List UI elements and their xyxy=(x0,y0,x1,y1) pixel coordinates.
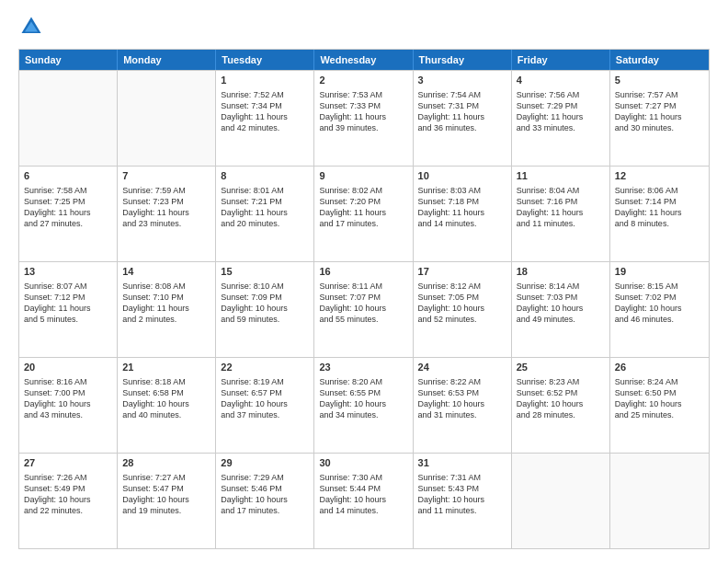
cell-line-2: Daylight: 10 hours xyxy=(221,303,309,314)
day-number: 12 xyxy=(615,169,704,183)
day-cell-31: 31Sunrise: 7:31 AMSunset: 5:43 PMDayligh… xyxy=(414,454,512,548)
cell-line-3: and 27 minutes. xyxy=(24,218,112,229)
cell-line-2: Daylight: 10 hours xyxy=(615,303,704,314)
cell-line-3: and 28 minutes. xyxy=(517,409,605,420)
cell-line-1: Sunset: 7:00 PM xyxy=(24,387,112,398)
day-cell-8: 8Sunrise: 8:01 AMSunset: 7:21 PMDaylight… xyxy=(216,167,314,261)
calendar-header: SundayMondayTuesdayWednesdayThursdayFrid… xyxy=(19,50,709,70)
day-number: 4 xyxy=(517,74,605,87)
cell-line-2: Daylight: 11 hours xyxy=(319,207,407,218)
day-number: 22 xyxy=(221,361,309,374)
day-header-saturday: Saturday xyxy=(610,50,709,70)
day-cell-30: 30Sunrise: 7:30 AMSunset: 5:44 PMDayligh… xyxy=(314,454,413,548)
cell-line-3: and 33 minutes. xyxy=(517,122,605,133)
cell-line-1: Sunset: 7:03 PM xyxy=(517,292,605,303)
cell-line-0: Sunrise: 8:14 AM xyxy=(517,281,605,292)
cell-line-0: Sunrise: 8:07 AM xyxy=(24,281,112,292)
cell-line-2: Daylight: 11 hours xyxy=(517,111,605,122)
cell-line-0: Sunrise: 8:18 AM xyxy=(122,376,210,387)
cell-line-2: Daylight: 10 hours xyxy=(122,494,210,505)
week-row-5: 27Sunrise: 7:26 AMSunset: 5:49 PMDayligh… xyxy=(19,453,709,548)
day-number: 29 xyxy=(221,456,309,470)
day-number: 16 xyxy=(319,265,407,279)
day-number: 30 xyxy=(319,456,407,470)
day-header-friday: Friday xyxy=(512,50,610,70)
cell-line-3: and 17 minutes. xyxy=(221,505,309,516)
cell-line-2: Daylight: 11 hours xyxy=(24,303,112,314)
cell-line-0: Sunrise: 8:19 AM xyxy=(221,376,309,387)
cell-line-0: Sunrise: 8:23 AM xyxy=(517,376,605,387)
day-cell-22: 22Sunrise: 8:19 AMSunset: 6:57 PMDayligh… xyxy=(216,358,314,453)
cell-line-2: Daylight: 11 hours xyxy=(24,207,112,218)
day-number: 1 xyxy=(221,74,309,87)
cell-line-1: Sunset: 7:31 PM xyxy=(418,100,506,111)
day-header-sunday: Sunday xyxy=(19,50,118,70)
cell-line-2: Daylight: 10 hours xyxy=(24,398,112,409)
cell-line-1: Sunset: 7:14 PM xyxy=(615,196,704,207)
day-number: 20 xyxy=(24,361,112,374)
day-cell-10: 10Sunrise: 8:03 AMSunset: 7:18 PMDayligh… xyxy=(414,167,512,261)
day-header-tuesday: Tuesday xyxy=(216,50,314,70)
day-number: 11 xyxy=(517,169,605,183)
cell-line-2: Daylight: 10 hours xyxy=(615,398,704,409)
cell-line-2: Daylight: 11 hours xyxy=(615,207,704,218)
cell-line-1: Sunset: 7:07 PM xyxy=(319,292,407,303)
cell-line-3: and 20 minutes. xyxy=(221,218,309,229)
day-header-thursday: Thursday xyxy=(414,50,512,70)
day-number: 15 xyxy=(221,265,309,279)
cell-line-2: Daylight: 11 hours xyxy=(418,111,506,122)
cell-line-1: Sunset: 6:57 PM xyxy=(221,387,309,398)
day-cell-23: 23Sunrise: 8:20 AMSunset: 6:55 PMDayligh… xyxy=(314,358,413,453)
cell-line-2: Daylight: 10 hours xyxy=(418,398,506,409)
cell-line-2: Daylight: 10 hours xyxy=(24,494,112,505)
day-cell-2: 2Sunrise: 7:53 AMSunset: 7:33 PMDaylight… xyxy=(314,71,413,166)
cell-line-2: Daylight: 10 hours xyxy=(517,303,605,314)
cell-line-2: Daylight: 10 hours xyxy=(319,398,407,409)
cell-line-0: Sunrise: 8:12 AM xyxy=(418,281,506,292)
day-number: 9 xyxy=(319,169,407,183)
day-cell-15: 15Sunrise: 8:10 AMSunset: 7:09 PMDayligh… xyxy=(216,262,314,357)
day-cell-27: 27Sunrise: 7:26 AMSunset: 5:49 PMDayligh… xyxy=(19,454,118,548)
cell-line-1: Sunset: 5:49 PM xyxy=(24,483,112,494)
cell-line-3: and 2 minutes. xyxy=(122,314,210,325)
cell-line-0: Sunrise: 7:53 AM xyxy=(319,89,407,100)
page: SundayMondayTuesdayWednesdayThursdayFrid… xyxy=(0,0,728,563)
cell-line-1: Sunset: 7:05 PM xyxy=(418,292,506,303)
cell-line-0: Sunrise: 7:54 AM xyxy=(418,89,506,100)
cell-line-1: Sunset: 6:58 PM xyxy=(122,387,210,398)
week-row-1: 1Sunrise: 7:52 AMSunset: 7:34 PMDaylight… xyxy=(19,70,709,166)
day-cell-16: 16Sunrise: 8:11 AMSunset: 7:07 PMDayligh… xyxy=(314,262,413,357)
cell-line-2: Daylight: 11 hours xyxy=(319,111,407,122)
day-cell-3: 3Sunrise: 7:54 AMSunset: 7:31 PMDaylight… xyxy=(414,71,512,166)
cell-line-0: Sunrise: 7:27 AM xyxy=(122,472,210,483)
cell-line-1: Sunset: 6:55 PM xyxy=(319,387,407,398)
cell-line-3: and 5 minutes. xyxy=(24,314,112,325)
day-number: 23 xyxy=(319,361,407,374)
day-cell-11: 11Sunrise: 8:04 AMSunset: 7:16 PMDayligh… xyxy=(512,167,610,261)
cell-line-0: Sunrise: 7:58 AM xyxy=(24,185,112,196)
cell-line-1: Sunset: 7:09 PM xyxy=(221,292,309,303)
cell-line-0: Sunrise: 7:59 AM xyxy=(122,185,210,196)
calendar: SundayMondayTuesdayWednesdayThursdayFrid… xyxy=(18,49,710,549)
cell-line-2: Daylight: 10 hours xyxy=(517,398,605,409)
day-number: 13 xyxy=(24,265,112,279)
calendar-body: 1Sunrise: 7:52 AMSunset: 7:34 PMDaylight… xyxy=(19,70,709,548)
cell-line-3: and 11 minutes. xyxy=(517,218,605,229)
cell-line-3: and 30 minutes. xyxy=(615,122,704,133)
cell-line-3: and 25 minutes. xyxy=(615,409,704,420)
day-number: 19 xyxy=(615,265,704,279)
cell-line-3: and 8 minutes. xyxy=(615,218,704,229)
week-row-2: 6Sunrise: 7:58 AMSunset: 7:25 PMDaylight… xyxy=(19,166,709,261)
day-cell-9: 9Sunrise: 8:02 AMSunset: 7:20 PMDaylight… xyxy=(314,167,413,261)
cell-line-0: Sunrise: 8:24 AM xyxy=(615,376,704,387)
cell-line-1: Sunset: 7:18 PM xyxy=(418,196,506,207)
cell-line-2: Daylight: 10 hours xyxy=(221,398,309,409)
day-cell-7: 7Sunrise: 7:59 AMSunset: 7:23 PMDaylight… xyxy=(118,167,216,261)
day-number: 3 xyxy=(418,74,506,87)
cell-line-3: and 14 minutes. xyxy=(418,218,506,229)
cell-line-1: Sunset: 7:12 PM xyxy=(24,292,112,303)
cell-line-1: Sunset: 5:47 PM xyxy=(122,483,210,494)
day-cell-17: 17Sunrise: 8:12 AMSunset: 7:05 PMDayligh… xyxy=(414,262,512,357)
cell-line-2: Daylight: 10 hours xyxy=(319,494,407,505)
cell-line-3: and 19 minutes. xyxy=(122,505,210,516)
